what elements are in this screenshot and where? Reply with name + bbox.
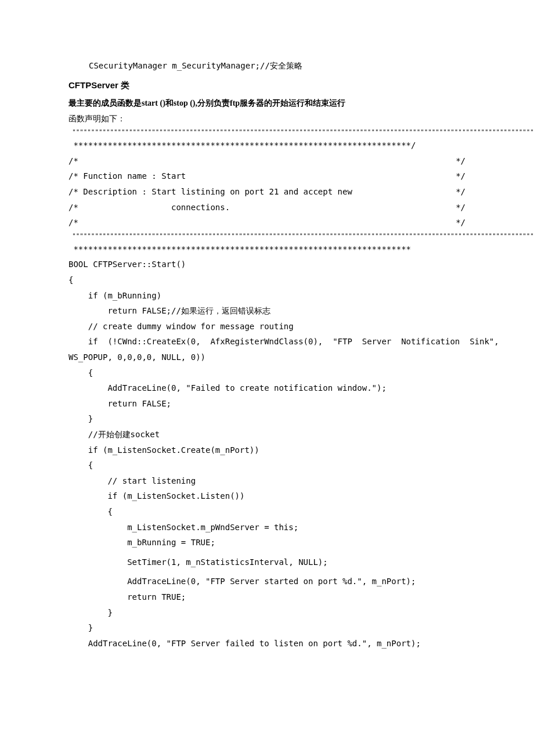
code-line: return FALSE; <box>68 396 466 412</box>
code-line: AddTraceLine(0, "FTP Server failed to li… <box>68 636 466 651</box>
code-line: AddTraceLine(0, "FTP Server started on p… <box>68 574 466 589</box>
comment-border-top-stars: ****************************************… <box>68 138 466 153</box>
comment-left: /* <box>68 215 78 231</box>
code-line: // create dummy window for message routi… <box>68 319 466 334</box>
code-line: // start listening <box>68 473 466 489</box>
top-declaration: CSecurityManager m_SecurityManager;//安全策… <box>68 58 466 74</box>
comment-left: /* connections. <box>68 200 230 215</box>
code-line: if (m_ListenSocket.Listen()) <box>68 488 466 504</box>
code-line: if (m_bRunning) <box>68 288 466 304</box>
comment-right: */ <box>456 184 466 200</box>
code-line: } <box>68 605 466 621</box>
code-line: return TRUE; <box>68 589 466 605</box>
code-line: if (!CWnd::CreateEx(0, AfxRegisterWndCla… <box>68 334 466 350</box>
code-line: AddTraceLine(0, "Failed to create notifi… <box>68 380 466 396</box>
section-heading: CFTPServer 类 <box>68 77 466 94</box>
comment-left: /* <box>68 153 78 169</box>
section-description: 最主要的成员函数是start ()和stop (),分别负责ftp服务器的开始运… <box>68 96 466 111</box>
comment-border-top-quotes: """"""""""""""""""""""""""""""""""""""""… <box>68 127 466 138</box>
comment-left: /* Function name : Start <box>68 168 186 184</box>
code-line: WS_POPUP, 0,0,0,0, NULL, 0)) <box>68 350 466 365</box>
code-line: } <box>68 620 466 636</box>
code-line: BOOL CFTPServer::Start() <box>68 257 466 272</box>
comment-border-bottom-stars: ****************************************… <box>68 242 466 257</box>
comment-border-bottom-quotes: """"""""""""""""""""""""""""""""""""""""… <box>68 231 466 242</box>
code-line: { <box>68 458 466 473</box>
comment-row: /* */ <box>68 153 466 169</box>
code-line: { <box>68 365 466 381</box>
comment-right: */ <box>456 215 466 231</box>
decl-label: 函数声明如下： <box>68 111 466 127</box>
comment-right: */ <box>456 168 466 184</box>
code-line: } <box>68 411 466 427</box>
comment-row: /* Function name : Start */ <box>68 168 466 184</box>
code-line: return FALSE;//如果运行，返回错误标志 <box>68 303 466 319</box>
comment-row: /* connections. */ <box>68 200 466 215</box>
code-line: { <box>68 272 466 288</box>
comment-row: /* Description : Start listining on port… <box>68 184 466 200</box>
code-line: //开始创建socket <box>68 427 466 442</box>
comment-right: */ <box>456 153 466 169</box>
page-content: CSecurityManager m_SecurityManager;//安全策… <box>0 0 534 697</box>
code-line: if (m_ListenSocket.Create(m_nPort)) <box>68 442 466 458</box>
code-line: { <box>68 504 466 520</box>
comment-row: /* */ <box>68 215 466 231</box>
comment-left: /* Description : Start listining on port… <box>68 184 352 200</box>
code-line: m_bRunning = TRUE; <box>68 535 466 550</box>
code-line: m_ListenSocket.m_pWndServer = this; <box>68 520 466 535</box>
comment-right: */ <box>456 200 466 215</box>
code-line: SetTimer(1, m_nStatisticsInterval, NULL)… <box>68 555 466 570</box>
